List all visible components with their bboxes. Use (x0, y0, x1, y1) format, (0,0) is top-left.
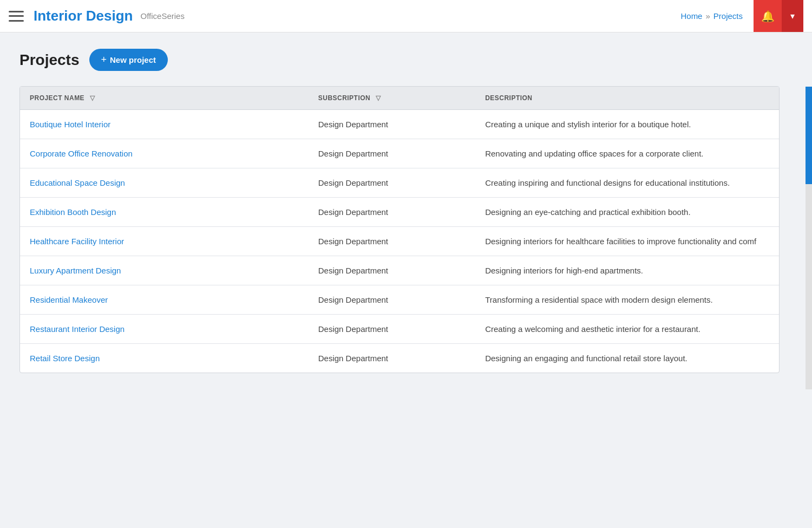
app-subtitle: OfficeSeries (140, 11, 184, 21)
table-row: Educational Space DesignDesign Departmen… (20, 168, 779, 198)
subscription-cell: Design Department (309, 285, 475, 315)
subscription-cell: Design Department (309, 315, 475, 344)
project-name-link[interactable]: Corporate Office Renovation (30, 149, 133, 158)
description-cell: Renovating and updating office spaces fo… (475, 139, 779, 168)
scrollbar-track (806, 87, 812, 389)
col-header-description: DESCRIPTION (475, 87, 779, 110)
project-name-cell: Exhibition Booth Design (20, 198, 309, 227)
table-header: PROJECT NAME ▽ SUBSCRIPTION ▽ DESCRIPTIO… (20, 87, 779, 110)
description-cell: Designing an engaging and functional ret… (475, 344, 779, 373)
subscription-cell: Design Department (309, 344, 475, 373)
app-logo: Interior Design (34, 8, 133, 24)
description-cell: Designing an eye-catching and practical … (475, 198, 779, 227)
table-row: Healthcare Facility InteriorDesign Depar… (20, 227, 779, 256)
breadcrumb: Home » Projects (680, 11, 743, 21)
description-cell: Creating a unique and stylish interior f… (475, 110, 779, 139)
menu-icon[interactable] (9, 11, 24, 22)
project-name-cell: Luxury Apartment Design (20, 256, 309, 285)
page-title-row: Projects + New project (19, 49, 793, 71)
project-name-link[interactable]: Restaurant Interior Design (30, 324, 125, 334)
chevron-down-icon: ▾ (790, 11, 795, 21)
project-name-link[interactable]: Luxury Apartment Design (30, 266, 121, 275)
project-name-cell: Boutique Hotel Interior (20, 110, 309, 139)
page-title: Projects (19, 51, 80, 69)
description-cell: Transforming a residential space with mo… (475, 285, 779, 315)
breadcrumb-projects[interactable]: Projects (713, 11, 743, 21)
subscription-cell: Design Department (309, 168, 475, 198)
project-name-cell: Retail Store Design (20, 344, 309, 373)
table-row: Exhibition Booth DesignDesign Department… (20, 198, 779, 227)
scrollbar-thumb[interactable] (806, 87, 812, 184)
project-name-link[interactable]: Exhibition Booth Design (30, 207, 116, 217)
col-header-description-label: DESCRIPTION (485, 94, 532, 102)
project-name-cell: Corporate Office Renovation (20, 139, 309, 168)
project-name-filter-icon[interactable]: ▽ (90, 94, 95, 102)
project-name-link[interactable]: Residential Makeover (30, 295, 108, 304)
project-name-cell: Restaurant Interior Design (20, 315, 309, 344)
description-cell: Creating a welcoming and aesthetic inter… (475, 315, 779, 344)
project-name-link[interactable]: Boutique Hotel Interior (30, 120, 110, 129)
table-row: Luxury Apartment DesignDesign Department… (20, 256, 779, 285)
bell-icon: 🔔 (761, 10, 775, 23)
col-header-subscription: SUBSCRIPTION ▽ (309, 87, 475, 110)
description-cell: Designing interiors for healthcare facil… (475, 227, 779, 256)
header-dropdown-button[interactable]: ▾ (782, 0, 803, 32)
subscription-cell: Design Department (309, 198, 475, 227)
project-name-cell: Residential Makeover (20, 285, 309, 315)
new-project-label: New project (110, 55, 156, 64)
table-row: Residential MakeoverDesign DepartmentTra… (20, 285, 779, 315)
breadcrumb-separator: » (705, 11, 710, 21)
project-name-cell: Healthcare Facility Interior (20, 227, 309, 256)
description-cell: Creating inspiring and functional design… (475, 168, 779, 198)
col-header-project-name-label: PROJECT NAME (30, 94, 84, 102)
project-name-cell: Educational Space Design (20, 168, 309, 198)
table-row: Retail Store DesignDesign DepartmentDesi… (20, 344, 779, 373)
subscription-cell: Design Department (309, 110, 475, 139)
project-name-link[interactable]: Healthcare Facility Interior (30, 237, 124, 246)
subscription-filter-icon[interactable]: ▽ (376, 94, 381, 102)
header-actions: 🔔 ▾ (754, 0, 803, 32)
table-row: Restaurant Interior DesignDesign Departm… (20, 315, 779, 344)
col-header-subscription-label: SUBSCRIPTION (318, 94, 370, 102)
notification-bell-button[interactable]: 🔔 (754, 0, 782, 32)
table-row: Boutique Hotel InteriorDesign Department… (20, 110, 779, 139)
subscription-cell: Design Department (309, 227, 475, 256)
col-header-project-name: PROJECT NAME ▽ (20, 87, 309, 110)
project-name-link[interactable]: Retail Store Design (30, 354, 100, 363)
breadcrumb-home[interactable]: Home (680, 11, 702, 21)
project-name-link[interactable]: Educational Space Design (30, 178, 125, 187)
new-project-button[interactable]: + New project (89, 49, 168, 71)
subscription-cell: Design Department (309, 256, 475, 285)
projects-table: PROJECT NAME ▽ SUBSCRIPTION ▽ DESCRIPTIO… (20, 87, 779, 373)
plus-icon: + (101, 54, 107, 66)
description-cell: Designing interiors for high-end apartme… (475, 256, 779, 285)
table-body: Boutique Hotel InteriorDesign Department… (20, 110, 779, 373)
projects-table-container: PROJECT NAME ▽ SUBSCRIPTION ▽ DESCRIPTIO… (19, 86, 780, 373)
subscription-cell: Design Department (309, 139, 475, 168)
main-content: Projects + New project PROJECT NAME ▽ SU… (0, 32, 812, 389)
table-row: Corporate Office RenovationDesign Depart… (20, 139, 779, 168)
app-header: Interior Design OfficeSeries Home » Proj… (0, 0, 812, 32)
